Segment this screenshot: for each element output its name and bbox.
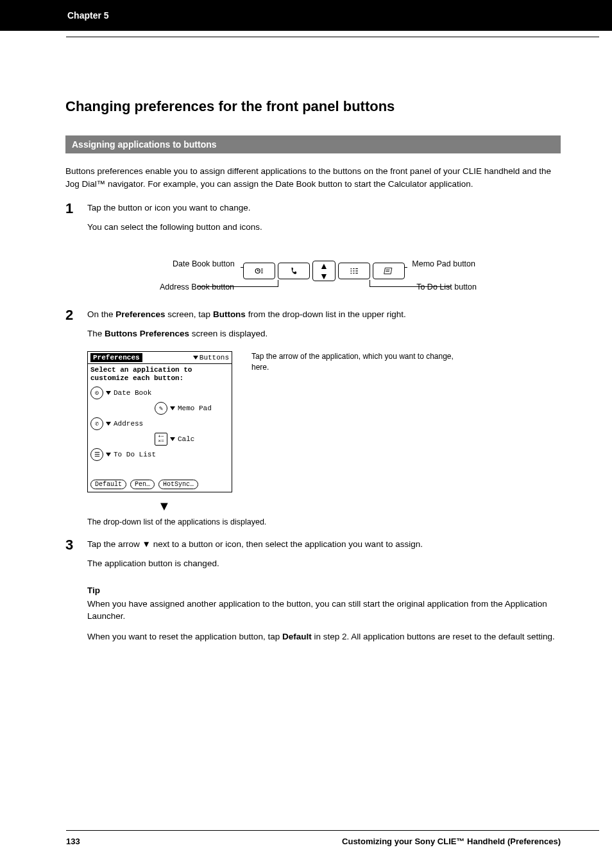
address-caption: Address Book button	[160, 282, 234, 291]
datebook-hw-button	[243, 263, 275, 279]
dropdown-arrow-icon	[170, 406, 175, 410]
page-number: 133	[66, 837, 80, 846]
screen-title: Preferences	[90, 353, 142, 362]
step-text-content: Tap the button or icon you want to chang…	[87, 203, 250, 213]
step-1: 1 Tap the button or icon you want to cha…	[65, 202, 561, 217]
memo-caption: Memo Pad button	[412, 259, 475, 268]
checklist-icon	[349, 266, 359, 275]
chapter-title: Chapter 5	[67, 10, 109, 21]
step-text: On the Preferences screen, tap Buttons f…	[87, 308, 561, 324]
screen-instruction: Select an application to customize each …	[88, 364, 232, 385]
pen-button[interactable]: Pen…	[130, 480, 155, 489]
svg-rect-15	[384, 268, 392, 273]
step-2: 2 On the Preferences screen, tap Buttons…	[65, 308, 561, 324]
tip-label: Tip	[87, 586, 561, 595]
dropdown-arrow-icon	[106, 422, 111, 426]
option-address[interactable]: ✆ Address	[88, 416, 232, 431]
hw-key-row: ▲ ▼	[243, 261, 405, 281]
option-datebook[interactable]: ⊙ Date Book	[88, 385, 232, 401]
opt-label: Calc	[178, 435, 194, 443]
content-area: Changing preferences for the front panel…	[0, 31, 612, 643]
dropdown-arrow-icon	[170, 437, 175, 441]
calc-icon: +−×=	[155, 433, 167, 446]
leader-line	[405, 267, 407, 268]
step-after-text: The Buttons Preferences screen is displa…	[87, 327, 561, 340]
figure-caption-right: Tap the arrow of the application, which …	[251, 351, 463, 373]
option-todo[interactable]: ☰ To Do List	[88, 447, 232, 462]
footer-title: Customizing your Sony CLIE™ Handheld (Pr…	[342, 837, 561, 846]
dropdown-arrow-icon	[193, 356, 198, 360]
opt-label: Address	[114, 420, 143, 428]
tip-paragraph-2: When you want to reset the application b…	[87, 630, 561, 643]
phone-icon	[289, 266, 299, 275]
page-title: Changing preferences for the front panel…	[65, 98, 561, 115]
default-button[interactable]: Default	[90, 480, 126, 489]
leader-line	[370, 280, 370, 286]
opt-label: Memo Pad	[178, 404, 212, 412]
scroll-hw-button: ▲ ▼	[312, 261, 336, 281]
svg-point-13	[350, 270, 352, 272]
step-3: 3 Tap the arrow ▼ next to a button or ic…	[65, 538, 561, 553]
down-arrow-icon: ▼	[319, 272, 328, 281]
step-number: 1	[65, 200, 87, 217]
screen-dropdown[interactable]: Buttons	[193, 354, 229, 361]
datebook-icon: ⊙	[90, 386, 103, 399]
screen-titlebar: Preferences Buttons	[88, 352, 232, 364]
tip-paragraph-1: When you have assigned another applicati…	[87, 598, 561, 623]
option-calc[interactable]: +−×= Calc	[152, 431, 232, 447]
opt-label: Date Book	[114, 389, 151, 397]
step-after-text: You can select the following button and …	[87, 221, 561, 234]
body-line-2: customize each button:	[90, 374, 183, 382]
page-footer: 133 Customizing your Sony CLIE™ Handheld…	[0, 837, 612, 846]
svg-point-14	[350, 272, 352, 273]
top-rule	[66, 37, 599, 37]
address-icon: ✆	[90, 417, 103, 430]
todo-hw-button	[338, 263, 370, 279]
step-text: Tap the button or icon you want to chang…	[87, 202, 561, 217]
address-hw-button	[278, 263, 310, 279]
body-line-1: Select an application to	[90, 366, 192, 374]
intro-paragraph: Buttons preferences enable you to assign…	[65, 165, 561, 190]
clock-list-icon	[254, 266, 264, 275]
opt-label: To Do List	[114, 451, 156, 458]
preferences-screen-mock: Preferences Buttons Select an applicatio…	[87, 351, 232, 492]
todo-icon: ☰	[90, 448, 103, 461]
svg-point-12	[350, 268, 352, 269]
bottom-rule	[66, 830, 599, 831]
memo-icon	[384, 266, 394, 275]
tip-block: Tip When you have assigned another appli…	[87, 586, 561, 643]
step-after-text: The application button is changed.	[87, 557, 561, 570]
hardware-buttons-figure: ▲ ▼ Date Book button Address Book button…	[87, 245, 561, 297]
subtitle-bar: Assigning applications to buttons	[65, 135, 561, 153]
dropdown-arrow-icon	[106, 391, 111, 395]
step-number: 2	[65, 307, 87, 324]
leader-line	[370, 286, 451, 287]
option-memopad[interactable]: ✎ Memo Pad	[152, 401, 232, 416]
step-number: 3	[65, 537, 87, 553]
screen-figure: Preferences Buttons Select an applicatio…	[87, 351, 561, 492]
step-text: Tap the arrow ▼ next to a button or icon…	[87, 538, 561, 553]
leader-line	[241, 267, 243, 268]
figure-caption-below: The drop-down list of the applications i…	[87, 517, 561, 526]
up-arrow-icon: ▲	[319, 261, 328, 270]
todo-caption: To Do List button	[416, 282, 477, 291]
screen-button-row: Default Pen… HotSync…	[90, 480, 229, 489]
leader-line	[197, 286, 278, 287]
down-arrow-icon: ▼	[158, 499, 561, 514]
memopad-icon: ✎	[155, 402, 167, 415]
leader-line	[278, 280, 278, 286]
page-header: Chapter 5	[0, 0, 612, 31]
hotsync-button[interactable]: HotSync…	[158, 480, 198, 489]
memo-hw-button	[373, 263, 405, 279]
dropdown-arrow-icon	[106, 453, 111, 456]
dropdown-label: Buttons	[200, 354, 229, 361]
datebook-caption: Date Book button	[173, 259, 235, 268]
